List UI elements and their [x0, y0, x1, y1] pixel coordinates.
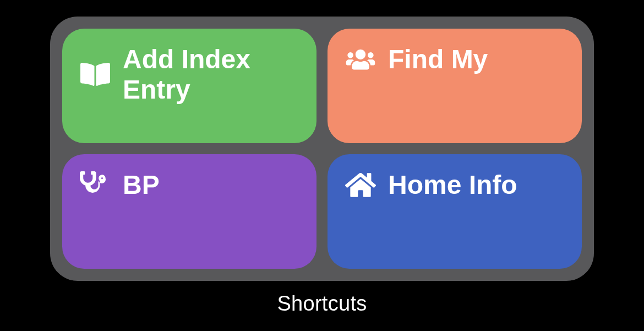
tile-header: Find My	[345, 44, 564, 75]
widget-title: Shortcuts	[277, 292, 367, 316]
shortcut-label: Add Index Entry	[123, 44, 299, 105]
shortcut-label: BP	[123, 170, 160, 200]
people-icon	[345, 44, 376, 75]
shortcut-find-my[interactable]: Find My	[328, 29, 582, 143]
tile-header: Home Info	[345, 170, 564, 200]
shortcut-bp[interactable]: BP	[62, 154, 316, 269]
shortcuts-widget: Add Index Entry Find My BP	[50, 17, 594, 281]
shortcut-label: Home Info	[388, 170, 517, 200]
tile-header: BP	[80, 170, 299, 200]
shortcut-add-index-entry[interactable]: Add Index Entry	[62, 29, 316, 143]
shortcuts-grid: Add Index Entry Find My BP	[62, 29, 582, 269]
shortcut-home-info[interactable]: Home Info	[328, 154, 582, 269]
shortcut-label: Find My	[388, 44, 488, 74]
tile-header: Add Index Entry	[80, 44, 299, 105]
house-icon	[345, 170, 376, 200]
book-icon	[80, 59, 111, 90]
stethoscope-icon	[80, 170, 111, 200]
